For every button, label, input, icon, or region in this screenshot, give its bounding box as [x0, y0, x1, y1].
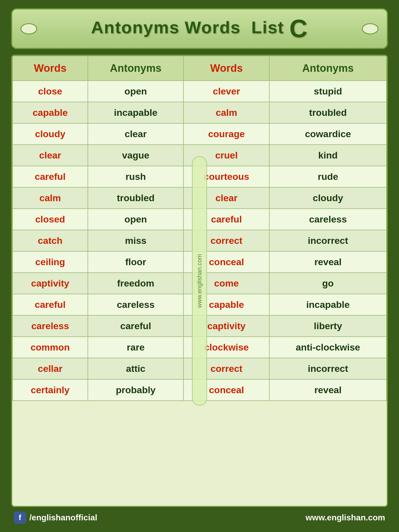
antonyms-table-container: www.englishan.com Words Antonyms Words A… — [11, 55, 388, 507]
footer-website: www.englishan.com — [306, 513, 385, 522]
antonym-col2: go — [269, 273, 387, 294]
word-col2: calm — [183, 102, 269, 123]
antonym-col1: careful — [88, 315, 183, 337]
antonym-col1: troubled — [88, 187, 183, 209]
facebook-handle: /englishanofficial — [29, 513, 97, 522]
table-row: capableincapablecalmtroubled — [12, 102, 387, 123]
antonym-col1: vague — [88, 145, 183, 166]
antonym-col2: reveal — [269, 379, 387, 401]
word-col2: clever — [183, 81, 269, 102]
footer-social: f /englishanofficial — [14, 511, 97, 524]
word-col1: catch — [12, 230, 88, 251]
word-col1: capable — [12, 102, 88, 123]
table-row: cloudyclearcouragecowardice — [12, 123, 387, 145]
antonym-col1: freedom — [88, 273, 183, 294]
header-oval-left — [21, 23, 37, 34]
word-col1: careful — [12, 166, 88, 187]
word-col1: ceiling — [12, 251, 88, 273]
antonym-col2: anti-clockwise — [269, 337, 387, 358]
antonym-col2: troubled — [269, 102, 387, 123]
col-header-words-1: Words — [12, 56, 88, 81]
antonym-col1: miss — [88, 230, 183, 251]
antonym-col1: rare — [88, 337, 183, 358]
antonym-col2: cowardice — [269, 123, 387, 145]
antonym-col2: incapable — [269, 294, 387, 315]
antonym-col1: floor — [88, 251, 183, 273]
word-col1: closed — [12, 209, 88, 230]
antonym-col1: probably — [88, 379, 183, 401]
antonym-col2: incorrect — [269, 230, 387, 251]
col-header-words-2: Words — [183, 56, 269, 81]
word-col1: common — [12, 337, 88, 358]
page-footer: f /englishanofficial www.englishan.com — [11, 511, 388, 524]
facebook-icon: f — [14, 511, 26, 524]
antonym-col1: incapable — [88, 102, 183, 123]
antonym-col1: clear — [88, 123, 183, 145]
antonym-col2: cloudy — [269, 187, 387, 209]
word-col1: captivity — [12, 273, 88, 294]
antonym-col1: rush — [88, 166, 183, 187]
table-row: closeopencleverstupid — [12, 81, 387, 102]
watermark: www.englishan.com — [192, 156, 207, 406]
word-col1: close — [12, 81, 88, 102]
page-title: Antonyms Words List C — [91, 14, 308, 43]
word-col1: careful — [12, 294, 88, 315]
antonym-col1: attic — [88, 358, 183, 379]
word-col1: careless — [12, 315, 88, 337]
antonym-col2: incorrect — [269, 358, 387, 379]
word-col1: cloudy — [12, 123, 88, 145]
antonym-col1: careless — [88, 294, 183, 315]
antonym-col2: rude — [269, 166, 387, 187]
antonym-col2: liberty — [269, 315, 387, 337]
col-header-antonyms-1: Antonyms — [88, 56, 183, 81]
antonym-col1: open — [88, 209, 183, 230]
table-header-row: Words Antonyms Words Antonyms — [12, 56, 387, 81]
antonym-col2: stupid — [269, 81, 387, 102]
antonym-col2: careless — [269, 209, 387, 230]
antonym-col2: reveal — [269, 251, 387, 273]
word-col1: certainly — [12, 379, 88, 401]
word-col2: courage — [183, 123, 269, 145]
word-col1: calm — [12, 187, 88, 209]
page-header: Antonyms Words List C — [11, 8, 388, 49]
header-oval-right — [362, 23, 378, 34]
antonym-col2: kind — [269, 145, 387, 166]
antonym-col1: open — [88, 81, 183, 102]
word-col1: cellar — [12, 358, 88, 379]
word-col1: clear — [12, 145, 88, 166]
col-header-antonyms-2: Antonyms — [269, 56, 387, 81]
